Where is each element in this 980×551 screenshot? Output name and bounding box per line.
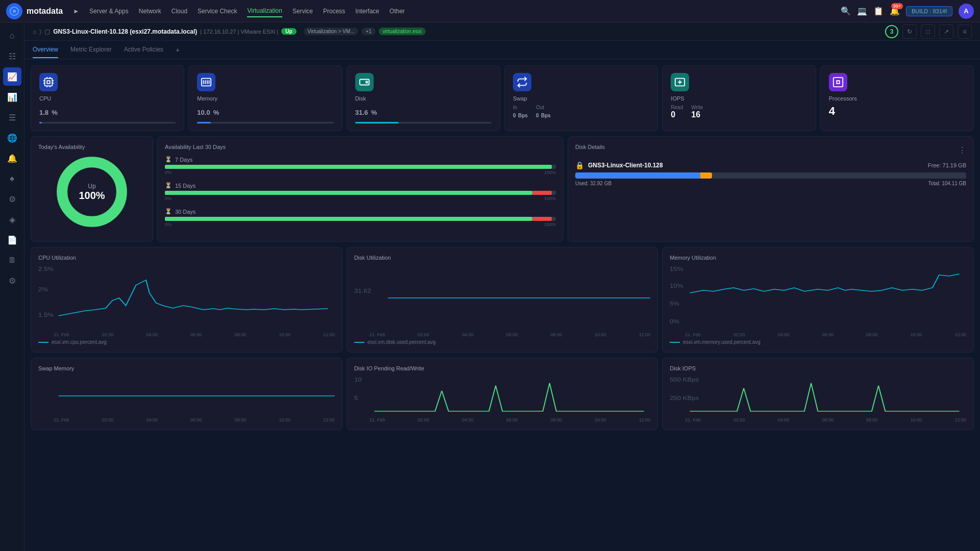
top-right-controls: 🔍 💻 📋 🔔 99+ BUILD : 8314f A bbox=[841, 4, 974, 19]
period-7-green bbox=[165, 165, 552, 169]
processors-icon bbox=[829, 73, 847, 91]
sidebar-list[interactable]: ☰ bbox=[3, 108, 21, 127]
main-content: ⌂ 〉 ▢ GNS3-Linux-Client-10.128 (esxi27.m… bbox=[24, 22, 980, 551]
disk-iops-title: Disk IOPS bbox=[670, 365, 966, 371]
disk-iops-xlabels: 21. Feb02:0004:0006:0008:0010:0012:00 bbox=[670, 417, 966, 422]
tabs-bar: Overview Metric Explorer Active Policies… bbox=[24, 41, 980, 59]
ip-info: | 172.16.10.27 | VMware ESXi | bbox=[200, 29, 278, 35]
notification-bell[interactable]: 🔔 99+ bbox=[890, 6, 900, 16]
svg-text:2%: 2% bbox=[38, 287, 48, 292]
sidebar-topology[interactable]: ◈ bbox=[3, 210, 21, 229]
logo: motadata bbox=[6, 3, 63, 19]
iops-read-value: 0 bbox=[671, 110, 683, 119]
cpu-util-chart: 2.5% 2% 1.5% bbox=[38, 265, 335, 331]
cpu-util-legend: esxi.vm.cpu.percent.avg bbox=[38, 339, 335, 345]
tab-metric-explorer[interactable]: Metric Explorer bbox=[70, 42, 112, 58]
donut-wrapper: Up 100% bbox=[38, 156, 145, 228]
swap-out-value: 0 Bps bbox=[536, 110, 551, 119]
period-30-track bbox=[165, 217, 556, 221]
cpu-utilization-card: CPU Utilization 2.5% 2% 1.5% 21. Feb02:0… bbox=[31, 247, 342, 353]
nav-expand-icon[interactable]: ► bbox=[73, 6, 79, 17]
nav-other[interactable]: Other bbox=[389, 6, 405, 17]
memory-util-xlabels: 21. Feb02:0004:0006:0008:0010:0012:00 bbox=[670, 332, 966, 337]
period-7-labels: 0% 100% bbox=[165, 170, 556, 175]
cpu-util-title: CPU Utilization bbox=[38, 255, 335, 261]
svg-text:1.5%: 1.5% bbox=[38, 312, 54, 318]
expand-button[interactable]: ↗ bbox=[939, 24, 953, 39]
nav-process[interactable]: Process bbox=[323, 6, 345, 17]
alert-count-circle[interactable]: 3 bbox=[885, 25, 898, 38]
search-icon[interactable]: 🔍 bbox=[841, 6, 851, 16]
disk-util-chart: 31.62 bbox=[354, 265, 651, 331]
disk-card: Disk 31.6 % bbox=[347, 65, 500, 131]
period-15-green bbox=[165, 191, 532, 195]
sidebar-doc[interactable]: 📄 bbox=[3, 231, 21, 249]
home-icon[interactable]: ⌂ bbox=[33, 28, 36, 35]
processors-label: Processors bbox=[829, 95, 965, 102]
vm-icon[interactable]: ▢ bbox=[44, 28, 50, 35]
sidebar-settings-top[interactable]: ⚙ bbox=[3, 190, 21, 208]
availability-30-title: Availability Last 30 Days bbox=[165, 144, 556, 150]
nav-virtualization[interactable]: Virtualization bbox=[247, 5, 282, 17]
nav-server-apps[interactable]: Server & Apps bbox=[89, 6, 129, 17]
sidebar-network[interactable]: 🌐 bbox=[3, 129, 21, 147]
layout-button[interactable]: □ bbox=[921, 24, 935, 39]
tag-plus[interactable]: +1 bbox=[361, 28, 375, 35]
disk-hostname: GNS3-Linux-Client-10.128 bbox=[588, 162, 663, 169]
top-bar: motadata ► Server & Apps Network Cloud S… bbox=[0, 0, 980, 22]
sidebar: ⌂ ☷ 📈 📊 ☰ 🌐 🔔 ♠ ⚙ ◈ 📄 🗎 ⚙ bbox=[0, 22, 24, 551]
more-button[interactable]: ≡ bbox=[958, 24, 972, 39]
iops-card: IOPS Read 0 Write 16 bbox=[662, 65, 816, 131]
cpu-util-xlabels: 21. Feb02:0004:0006:0008:0010:0012:00 bbox=[38, 332, 335, 337]
status-badge: Up bbox=[281, 28, 296, 35]
nav-interface[interactable]: Interface bbox=[355, 6, 379, 17]
sidebar-hierarchy[interactable]: ♠ bbox=[3, 169, 21, 188]
sidebar-monitor[interactable]: 📈 bbox=[3, 67, 21, 86]
refresh-button[interactable]: ↻ bbox=[902, 24, 917, 39]
disk-more-button[interactable]: ⋮ bbox=[958, 145, 966, 155]
avail-period-15: ⏳ 15 Days 0% 100% bbox=[165, 182, 556, 201]
iops-label: IOPS bbox=[671, 95, 807, 102]
availability-30-card: Availability Last 30 Days ⏳ 7 Days 0% 10… bbox=[157, 136, 564, 242]
nav-network[interactable]: Network bbox=[139, 6, 161, 17]
sidebar-grid[interactable]: ☷ bbox=[3, 47, 21, 65]
disk-title-row: Disk Details ⋮ bbox=[575, 144, 966, 156]
user-avatar[interactable]: A bbox=[959, 4, 974, 19]
availability-today-title: Today's Availability bbox=[38, 144, 145, 150]
tab-active-policies[interactable]: Active Policies bbox=[124, 42, 163, 58]
period-7-label: 7 Days bbox=[175, 157, 192, 163]
sidebar-chart[interactable]: 📊 bbox=[3, 88, 21, 106]
nav-cloud[interactable]: Cloud bbox=[172, 6, 187, 17]
swap-memory-title: Swap Memory bbox=[38, 365, 335, 371]
tag-esxi[interactable]: virtualization.esxi bbox=[379, 28, 426, 35]
cpu-card: CPU 1.8 % bbox=[31, 65, 184, 131]
add-tab-button[interactable]: + bbox=[176, 46, 180, 54]
svg-rect-2 bbox=[45, 79, 53, 86]
charts-row: CPU Utilization 2.5% 2% 1.5% 21. Feb02:0… bbox=[31, 247, 974, 353]
swap-memory-xlabels: 21. Feb02:0004:0006:0008:0010:0012:00 bbox=[38, 417, 335, 422]
iops-write-value: 16 bbox=[691, 110, 703, 119]
tab-overview[interactable]: Overview bbox=[33, 42, 58, 58]
sidebar-doc2[interactable]: 🗎 bbox=[3, 251, 21, 269]
tag-virtualization[interactable]: Virtualization > VM... bbox=[304, 28, 359, 35]
disk-value: 31.6 % bbox=[355, 105, 492, 118]
download-icon[interactable]: 📋 bbox=[873, 6, 884, 16]
build-button[interactable]: BUILD : 8314f bbox=[906, 6, 952, 16]
swap-in-label: In bbox=[513, 105, 528, 110]
iops-read-label: Read bbox=[671, 105, 683, 110]
sidebar-home[interactable]: ⌂ bbox=[3, 27, 21, 45]
sidebar-bell[interactable]: 🔔 bbox=[3, 149, 21, 167]
disk-bar bbox=[355, 122, 492, 123]
iops-sub: Read 0 Write 16 bbox=[671, 105, 807, 119]
memory-value: 10.0 % bbox=[197, 105, 333, 118]
disk-io-card: Disk IO Pending Read/Write 10 5 21. Feb0… bbox=[347, 358, 658, 430]
disk-io-title: Disk IO Pending Read/Write bbox=[354, 365, 651, 371]
nav-service[interactable]: Service bbox=[292, 6, 313, 17]
period-15-labels: 0% 100% bbox=[165, 196, 556, 201]
sidebar-settings[interactable]: ⚙ bbox=[3, 271, 21, 290]
nav-service-check[interactable]: Service Check bbox=[198, 6, 237, 17]
svg-text:2.5%: 2.5% bbox=[38, 266, 54, 272]
monitor-icon[interactable]: 💻 bbox=[857, 6, 867, 16]
disk-usage-bar bbox=[575, 172, 966, 179]
donut-percent: 100% bbox=[79, 190, 105, 202]
